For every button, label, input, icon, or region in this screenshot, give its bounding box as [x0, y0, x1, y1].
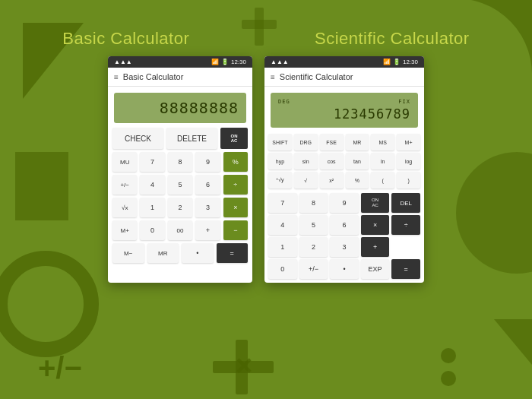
sci-btn-2[interactable]: 2: [299, 237, 328, 257]
hamburger-icon: ≡: [114, 73, 119, 81]
sci-plus-minus-button[interactable]: +/−: [299, 259, 328, 279]
scientific-calculator-title: Scientific Calculator: [315, 29, 470, 49]
sci-hamburger-icon: ≡: [271, 73, 275, 81]
minus-button[interactable]: −: [223, 220, 248, 240]
percent-sci-button[interactable]: %: [346, 172, 369, 188]
on-ac-button[interactable]: ON AC: [220, 128, 248, 149]
btn-1[interactable]: 1: [140, 198, 164, 217]
cos-button[interactable]: cos: [320, 153, 344, 169]
svg-point-6: [441, 348, 456, 363]
sci-equals-button[interactable]: =: [391, 259, 420, 279]
basic-status-bar: ▲▲▲ 📶 🔋 12:30: [108, 56, 252, 68]
basic-app-bar-title: Basic Calculator: [123, 72, 183, 81]
sci-multiply-button[interactable]: ×: [361, 215, 390, 235]
sci-btn-9[interactable]: 9: [330, 193, 359, 213]
sci-btn-8[interactable]: 8: [299, 193, 328, 213]
dot-button[interactable]: •: [182, 243, 214, 263]
svg-point-7: [441, 371, 456, 386]
sci-del-button[interactable]: DEL: [391, 193, 420, 213]
sci-btn-5[interactable]: 5: [299, 215, 328, 235]
basic-app-bar: ≡ Basic Calculator: [108, 68, 252, 87]
basic-battery-icon: 🔋: [221, 59, 229, 65]
sci-app-bar-title: Scientific Calculator: [280, 72, 353, 81]
sci-signal-icon: ▲▲▲: [271, 59, 289, 65]
sci-dot-button[interactable]: •: [330, 259, 359, 279]
sci-status-bar: ▲▲▲ 📶 🔋 12:30: [264, 56, 424, 68]
sci-btn-6[interactable]: 6: [330, 215, 359, 235]
sci-btn-3[interactable]: 3: [330, 237, 359, 257]
basic-wifi-icon: 📶: [211, 59, 219, 65]
btn-5[interactable]: 5: [168, 175, 192, 195]
btn-0[interactable]: 0: [140, 220, 164, 240]
sci-btn-7[interactable]: 7: [268, 193, 297, 213]
divide-button[interactable]: ÷: [223, 175, 248, 195]
sci-app-bar: ≡ Scientific Calculator: [264, 68, 424, 87]
drg-button[interactable]: DRG: [294, 134, 318, 150]
mr-sci-button[interactable]: MR: [346, 134, 369, 150]
percent-button[interactable]: %: [223, 152, 248, 172]
sci-btn-1[interactable]: 1: [268, 237, 297, 257]
m-minus-button[interactable]: M−: [112, 243, 144, 263]
plus-minus-button[interactable]: +/−: [112, 175, 137, 195]
sci-divide-button[interactable]: ÷: [391, 215, 420, 235]
m-plus-button[interactable]: M+: [112, 220, 137, 240]
ms-button[interactable]: MS: [371, 134, 394, 150]
sci-btn-0[interactable]: 0: [268, 259, 297, 279]
sqrt-sci-button[interactable]: √: [294, 172, 318, 188]
mu-button[interactable]: MU: [112, 152, 137, 172]
log-button[interactable]: log: [397, 153, 420, 169]
sci-battery-icon: 🔋: [393, 59, 401, 65]
btn-00[interactable]: 00: [168, 220, 192, 240]
btn-2[interactable]: 2: [168, 198, 192, 217]
basic-signal-icon: ▲▲▲: [114, 59, 132, 65]
btn-7[interactable]: 7: [140, 152, 164, 172]
sci-plus-button[interactable]: +: [361, 237, 390, 257]
open-paren-button[interactable]: (: [371, 172, 394, 188]
sci-on-ac-button[interactable]: ONAC: [361, 193, 390, 213]
fix-label: FIX: [398, 99, 410, 105]
shift-button[interactable]: SHIFT: [268, 134, 292, 150]
equals-button[interactable]: =: [217, 243, 249, 263]
basic-special-row: CHECK DELETE ON AC: [112, 128, 248, 149]
divider: AC: [231, 138, 238, 143]
xsq-button[interactable]: x²: [320, 172, 344, 188]
exp-button[interactable]: EXP: [361, 259, 390, 279]
btn-4[interactable]: 4: [140, 175, 164, 195]
sci-time: 12:30: [403, 59, 418, 65]
sci-display-value: 123456789: [334, 106, 410, 122]
close-paren-button[interactable]: ): [397, 172, 420, 188]
basic-display: 88888888: [114, 93, 246, 123]
sin-button[interactable]: sin: [294, 153, 318, 169]
svg-rect-5: [236, 340, 248, 394]
scientific-calculator-phone: ▲▲▲ 📶 🔋 12:30 ≡ Scientific Calculator DE…: [264, 56, 424, 283]
sci-display: DEG FIX 123456789: [271, 93, 418, 128]
sci-main-buttons: 7 8 9 ONAC DEL 4 5 6 × ÷ 1 2 3 + 0 +/− •…: [264, 192, 424, 283]
btn-6[interactable]: 6: [195, 175, 220, 195]
fse-button[interactable]: FSE: [320, 134, 344, 150]
xrooty-button[interactable]: ˣ√y: [268, 172, 292, 188]
ln-button[interactable]: ln: [371, 153, 394, 169]
btn-8[interactable]: 8: [168, 152, 192, 172]
basic-time: 12:30: [231, 59, 246, 65]
sci-wifi-icon: 📶: [383, 59, 391, 65]
basic-last-row: M− MR • =: [108, 243, 252, 268]
tan-button[interactable]: tan: [346, 153, 369, 169]
check-button[interactable]: CHECK: [112, 128, 163, 149]
delete-button[interactable]: DELETE: [166, 128, 217, 149]
sqrt-button[interactable]: √x: [112, 198, 137, 217]
basic-main-buttons: MU 7 8 9 % +/− 4 5 6 ÷ √x 1 2 3 × M+ 0 0…: [108, 152, 252, 243]
sci-top-rows: SHIFT DRG FSE MR MS M+ hyp sin cos tan l…: [264, 132, 424, 192]
sci-btn-4[interactable]: 4: [268, 215, 297, 235]
m-plus-sci-button[interactable]: M+: [397, 134, 420, 150]
btn-3[interactable]: 3: [195, 198, 220, 217]
basic-calculator-title: Basic Calculator: [62, 29, 189, 49]
multiply-button[interactable]: ×: [223, 198, 248, 217]
plus-button[interactable]: +: [195, 220, 220, 240]
deg-label: DEG: [278, 99, 290, 105]
mr-button[interactable]: MR: [147, 243, 179, 263]
btn-9[interactable]: 9: [195, 152, 220, 172]
hyp-button[interactable]: hyp: [268, 153, 292, 169]
basic-calculator-phone: ▲▲▲ 📶 🔋 12:30 ≡ Basic Calculator 8888888…: [108, 56, 252, 283]
svg-marker-8: [494, 319, 532, 365]
